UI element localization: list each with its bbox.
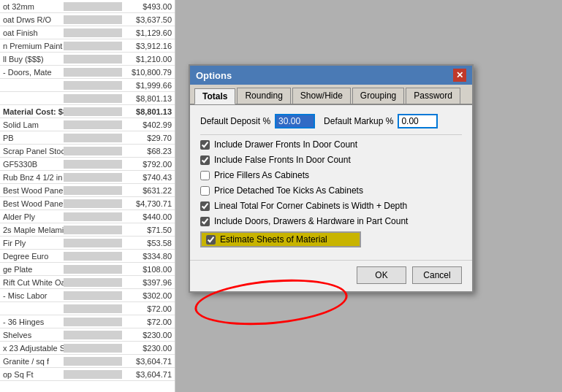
row-label: n Premium Paint xyxy=(0,42,64,50)
checkbox-2[interactable] xyxy=(200,155,210,165)
row-bar xyxy=(64,291,122,300)
table-row: - 36 Hinges $72.00 xyxy=(0,315,175,328)
spreadsheet-panel: ot 32mm $493.00 oat Drws R/O $3,637.50 o… xyxy=(0,0,175,392)
row-bar xyxy=(64,331,122,339)
row-label: Material Cost: $8,801.13 xyxy=(0,107,64,116)
row-bar xyxy=(64,357,122,366)
checkbox-label-3: Price Fillers As Cabinets xyxy=(214,170,309,180)
checkbox-row-7: Estimate Sheets of Material xyxy=(200,231,361,247)
row-amount: $8,801.13 xyxy=(124,94,175,103)
row-bar xyxy=(64,304,122,313)
row-amount: $29.70 xyxy=(124,134,175,142)
table-row: Shelves $230.00 xyxy=(0,328,175,342)
table-row: Fir Ply $53.58 xyxy=(0,237,175,250)
row-bar xyxy=(64,120,122,129)
row-amount: $3,912.16 xyxy=(124,42,175,50)
checkbox-row-3: Price Fillers As Cabinets xyxy=(200,170,462,180)
row-amount: $334.80 xyxy=(124,252,175,261)
dialog-close-button[interactable]: ✕ xyxy=(453,69,466,82)
ok-button[interactable]: OK xyxy=(357,266,406,284)
row-label: Fir Ply xyxy=(0,239,64,247)
tab-grouping[interactable]: Grouping xyxy=(352,88,404,104)
row-label: Granite / sq f xyxy=(0,357,64,366)
row-amount: $440.00 xyxy=(124,212,175,221)
row-amount: $402.99 xyxy=(124,120,175,129)
table-row: x 23 Adjustable Shelves $230.00 xyxy=(0,342,175,355)
checkbox-label-2: Include False Fronts In Door Count xyxy=(214,155,351,165)
row-amount: $3,637.50 xyxy=(124,15,175,24)
row-bar xyxy=(64,42,122,50)
tab-totals[interactable]: Totals xyxy=(194,88,235,104)
row-label: GF5330B xyxy=(0,160,64,169)
checkbox-7[interactable] xyxy=(206,235,216,245)
row-bar xyxy=(64,278,122,287)
table-row: oat Drws R/O $3,637.50 xyxy=(0,13,175,26)
checkbox-label-6: Include Doors, Drawers & Hardware in Par… xyxy=(214,216,408,226)
row-amount: $10,800.79 xyxy=(124,68,175,77)
row-label: oat Drws R/O xyxy=(0,15,64,24)
table-row: Material Cost: $8,801.13 $8,801.13 xyxy=(0,105,175,118)
checkbox-6[interactable] xyxy=(200,217,210,226)
default-markup-input[interactable] xyxy=(398,114,438,128)
checkbox-4[interactable] xyxy=(200,186,210,196)
row-amount: $3,604.71 xyxy=(124,370,175,379)
checkbox-row-4: Price Detached Toe Kicks As Cabinets xyxy=(200,185,462,196)
dialog-content: Default Deposit % Default Markup % Inclu… xyxy=(190,105,472,260)
table-row: n Premium Paint $3,912.16 xyxy=(0,39,175,53)
row-bar xyxy=(64,344,122,353)
checkbox-1[interactable] xyxy=(200,140,210,150)
row-amount: $71.50 xyxy=(124,226,175,234)
table-row: - Doors, Mate $10,800.79 xyxy=(0,66,175,79)
table-row: $1,999.66 xyxy=(0,79,175,92)
row-amount: $1,129.60 xyxy=(124,28,175,37)
dialog-footer: OK Cancel xyxy=(190,260,472,291)
row-label: Shelves xyxy=(0,331,64,339)
row-amount: $1,210.00 xyxy=(124,55,175,64)
table-row: Solid Lam $402.99 xyxy=(0,118,175,131)
table-row: Rift Cut White Oak Ply $397.96 xyxy=(0,276,175,289)
row-label: Degree Euro xyxy=(0,252,64,261)
row-bar xyxy=(64,55,122,64)
table-row: Scrap Panel Stock $68.23 xyxy=(0,145,175,158)
tab-rounding[interactable]: Rounding xyxy=(237,88,290,104)
row-label: Alder Ply xyxy=(0,212,64,221)
checkbox-row-6: Include Doors, Drawers & Hardware in Par… xyxy=(200,216,462,226)
checkbox-label-4: Price Detached Toe Kicks As Cabinets xyxy=(214,185,363,196)
row-amount: $4,730.71 xyxy=(124,199,175,208)
row-amount: $740.43 xyxy=(124,173,175,182)
checkbox-5[interactable] xyxy=(200,201,210,211)
checkbox-label-7: Estimate Sheets of Material xyxy=(220,234,327,245)
row-label: - 36 Hinges xyxy=(0,318,64,326)
table-row: Granite / sq f $3,604.71 xyxy=(0,355,175,368)
row-label: Rub Bnz 4 1/2 in xyxy=(0,173,64,182)
table-row: $72.00 xyxy=(0,302,175,315)
row-label: Rift Cut White Oak Ply xyxy=(0,278,64,287)
table-row: op Sq Ft $3,604.71 xyxy=(0,368,175,381)
checkbox-label-5: Lineal Total For Corner Cabinets is Widt… xyxy=(214,201,407,211)
cancel-button[interactable]: Cancel xyxy=(412,266,462,284)
row-amount: $3,604.71 xyxy=(124,357,175,366)
default-markup-label: Default Markup % xyxy=(324,116,393,126)
row-label: oat Finish xyxy=(0,28,64,37)
row-bar xyxy=(64,370,122,379)
checkbox-label-1: Include Drawer Fronts In Door Count xyxy=(214,139,357,150)
default-deposit-input[interactable] xyxy=(275,114,315,128)
row-label: Scrap Panel Stock xyxy=(0,147,64,155)
tab-password[interactable]: Password xyxy=(406,88,460,104)
row-bar xyxy=(64,212,122,221)
row-bar xyxy=(64,134,122,142)
row-bar xyxy=(64,318,122,326)
checkbox-row-1: Include Drawer Fronts In Door Count xyxy=(200,139,462,150)
row-amount: $631.22 xyxy=(124,186,175,195)
table-row: Degree Euro $334.80 xyxy=(0,250,175,263)
tab-show-hide[interactable]: Show/Hide xyxy=(292,88,351,104)
checkbox-3[interactable] xyxy=(200,171,210,180)
deposit-markup-row: Default Deposit % Default Markup % xyxy=(200,114,462,128)
row-amount: $72.00 xyxy=(124,304,175,313)
table-row: GF5330B $792.00 xyxy=(0,158,175,171)
table-row: ot 32mm $493.00 xyxy=(0,0,175,13)
table-row: ll Buy ($$$) $1,210.00 xyxy=(0,53,175,66)
row-bar xyxy=(64,173,122,182)
row-amount: $792.00 xyxy=(124,160,175,169)
row-amount: $8,801.13 xyxy=(124,107,175,116)
